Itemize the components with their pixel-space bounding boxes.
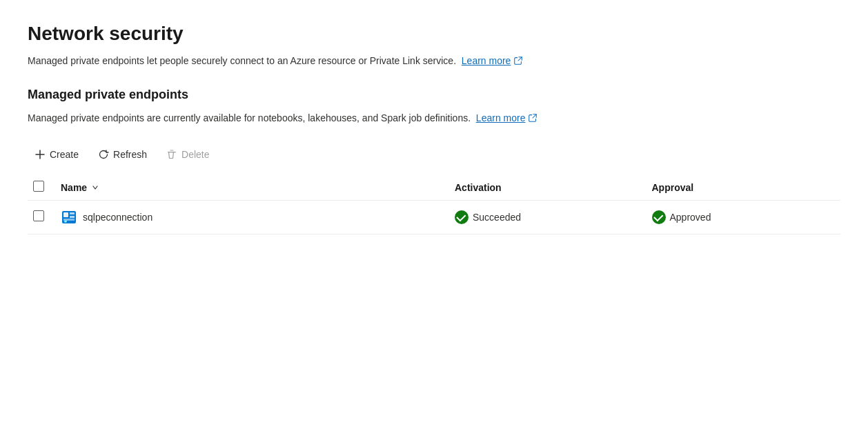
section-description: Managed private endpoints are currently …	[28, 110, 840, 126]
refresh-button[interactable]: Refresh	[91, 145, 154, 164]
refresh-icon	[98, 149, 109, 160]
name-cell: sqlpeconnection	[52, 200, 446, 234]
svg-rect-3	[70, 212, 75, 214]
create-button[interactable]: Create	[28, 145, 86, 164]
svg-rect-2	[63, 212, 68, 217]
approval-column-header: Approval	[644, 175, 841, 201]
sort-down-icon	[91, 183, 99, 192]
sql-database-icon	[61, 209, 77, 225]
page-title: Network security	[28, 22, 840, 46]
page-description: Managed private endpoints let people sec…	[28, 54, 840, 68]
endpoints-table: Name Activation Approval	[28, 175, 840, 234]
delete-icon	[166, 149, 177, 160]
approval-status: Approved	[652, 210, 711, 224]
plus-icon	[34, 149, 46, 160]
name-column-header[interactable]: Name	[52, 175, 446, 201]
row-checkbox-cell	[28, 200, 52, 234]
external-link-icon-2	[528, 113, 537, 123]
activation-status: Succeeded	[455, 210, 521, 224]
endpoint-name: sqlpeconnection	[83, 212, 152, 223]
learn-more-link-1[interactable]: Learn more	[462, 54, 524, 68]
row-checkbox[interactable]	[33, 210, 44, 221]
table-row: sqlpeconnection Succeeded Approved	[28, 200, 840, 234]
activation-column-header: Activation	[446, 175, 644, 201]
activation-cell: Succeeded	[446, 200, 644, 234]
select-all-checkbox[interactable]	[33, 181, 44, 192]
section-title: Managed private endpoints	[28, 88, 840, 102]
approval-success-icon	[652, 210, 666, 224]
activation-success-icon	[455, 210, 468, 224]
delete-button[interactable]: Delete	[159, 145, 216, 164]
toolbar: Create Refresh Delete	[28, 145, 840, 164]
approval-cell: Approved	[644, 200, 841, 234]
external-link-icon-1	[513, 56, 523, 66]
select-all-header	[28, 175, 52, 201]
learn-more-link-2[interactable]: Learn more	[476, 110, 538, 126]
svg-rect-4	[70, 216, 75, 218]
